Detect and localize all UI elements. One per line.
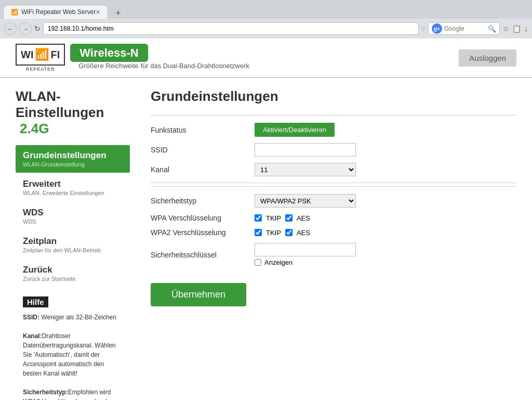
help-ssid-text: Weniger als 32-Bit-Zeichen bbox=[39, 314, 116, 321]
search-button[interactable]: 🔍 bbox=[488, 25, 496, 33]
tab-wifi-icon: 📶 bbox=[11, 9, 18, 16]
wpa-enc-label: WPA Verschlüsselung bbox=[151, 214, 255, 222]
ssid-label: SSID bbox=[151, 146, 255, 154]
page-content: WI 📶 FI REPEATER Wireless-N Größere Reic… bbox=[0, 38, 532, 400]
help-sicherheitstyp-label: Sicherheitstyp: bbox=[23, 389, 68, 396]
logo-wifi-icon: 📶 bbox=[35, 48, 49, 61]
wpa2-enc-checkboxes: TKIP AES bbox=[255, 229, 516, 237]
form-row-sicherheitstyp: Sicherheitstyp WPA/WPA2 PSK WPA2 PSK WPA… bbox=[151, 194, 516, 208]
logout-button[interactable]: Ausloggen bbox=[459, 49, 516, 67]
activate-button[interactable]: Aktiviert/Deaktivieren bbox=[255, 123, 335, 137]
address-bar-row: ← → ↻ ▽ g+ 🔍 ☆ 📋 ↓ bbox=[0, 19, 532, 38]
form-section-basic: Funkstatus Aktiviert/Deaktivieren SSID K… bbox=[151, 115, 516, 176]
menu-item-label: Erweitert bbox=[23, 179, 123, 189]
active-tab[interactable]: 📶 WiFi Repeater Web Server ✕ bbox=[3, 5, 108, 19]
google-icon: g+ bbox=[432, 23, 442, 34]
wpa-enc-control: TKIP AES bbox=[255, 214, 516, 222]
wpa2-tkip-checkbox[interactable] bbox=[255, 229, 262, 236]
form-row-wpa-enc: WPA Verschlüsselung TKIP AES bbox=[151, 214, 516, 222]
tab-label: WiFi Repeater Web Server bbox=[21, 8, 96, 16]
wifi-logo: WI 📶 FI REPEATER bbox=[16, 44, 65, 72]
content-area: Grundeinstellungen Funkstatus Aktiviert/… bbox=[151, 88, 516, 400]
header-subtitle: Größere Reichweite für das Dual-Band-Dra… bbox=[78, 62, 249, 70]
refresh-button[interactable]: ↻ bbox=[34, 24, 41, 33]
logo-wi-text: WI bbox=[21, 49, 33, 61]
show-password-checkbox[interactable] bbox=[255, 259, 261, 266]
apply-row: Übernehmen bbox=[151, 273, 516, 306]
kanal-select[interactable]: 11 Auto 1234 5678 9101213 bbox=[255, 163, 356, 176]
header: WI 📶 FI REPEATER Wireless-N Größere Reic… bbox=[0, 38, 532, 78]
wpa-tkip-label: TKIP bbox=[266, 214, 281, 222]
funkstatus-control: Aktiviert/Deaktivieren bbox=[255, 123, 516, 137]
ssid-control bbox=[255, 143, 516, 157]
new-tab-button[interactable]: + bbox=[111, 8, 125, 19]
sidebar-item-zurueck[interactable]: Zurück Zurück zur Startseite bbox=[16, 260, 130, 287]
sidebar-title: WLAN-Einstellungen 2.4G bbox=[16, 88, 130, 137]
menu-item-sub: WLAN-Grundeinstellung bbox=[23, 161, 123, 167]
bookmark-button[interactable]: 📋 bbox=[512, 24, 521, 33]
wifi-logo-box: WI 📶 FI bbox=[16, 44, 65, 66]
wireless-n-label: Wireless-N bbox=[70, 44, 148, 62]
menu-item-sub: Zurück zur Startseite bbox=[23, 276, 123, 282]
wpa2-enc-control: TKIP AES bbox=[255, 229, 516, 237]
help-ssid-label: SSID: bbox=[23, 314, 39, 321]
sidebar: WLAN-Einstellungen 2.4G Grundeinstellung… bbox=[16, 88, 130, 400]
help-kanal-label: Kanal: bbox=[23, 332, 42, 340]
menu-item-sub: WDS bbox=[23, 218, 123, 225]
wpa-aes-checkbox[interactable] bbox=[285, 214, 292, 222]
form-row-sicherheitsschluessel: Sicherheitsschlüssel Anzeigen bbox=[151, 243, 516, 266]
repeater-text: REPEATER bbox=[16, 67, 65, 72]
form-section-security: Sicherheitstyp WPA/WPA2 PSK WPA2 PSK WPA… bbox=[151, 186, 516, 266]
wpa-enc-checkboxes: TKIP AES bbox=[255, 214, 516, 222]
sicherheitstyp-select[interactable]: WPA/WPA2 PSK WPA2 PSK WPA PSK WEP None bbox=[255, 194, 356, 208]
google-search-box: g+ 🔍 bbox=[428, 22, 500, 35]
wpa2-tkip-label: TKIP bbox=[266, 229, 281, 237]
browser-window: 📶 WiFi Repeater Web Server ✕ + ← → ↻ ▽ g… bbox=[0, 0, 532, 38]
wpa2-aes-checkbox[interactable] bbox=[285, 229, 292, 236]
menu-item-label: WDS bbox=[23, 208, 123, 218]
help-text: SSID: Weniger als 32-Bit-Zeichen Kanal:D… bbox=[16, 307, 130, 400]
star-button[interactable]: ☆ bbox=[502, 24, 509, 33]
form-row-funkstatus: Funkstatus Aktiviert/Deaktivieren bbox=[151, 123, 516, 137]
download-button[interactable]: ↓ bbox=[524, 24, 528, 33]
sidebar-item-zeitplan[interactable]: Zeitplan Zeitplan für den WLAN-Betrieb bbox=[16, 231, 130, 259]
logo-area: WI 📶 FI REPEATER Wireless-N Größere Reic… bbox=[16, 44, 249, 72]
show-row: Anzeigen bbox=[255, 259, 516, 266]
wpa2-aes-label: AES bbox=[297, 229, 310, 237]
menu-item-sub: Zeitplan für den WLAN-Betrieb bbox=[23, 247, 123, 253]
wpa-tkip-checkbox[interactable] bbox=[255, 214, 262, 222]
sidebar-title-suffix: 2.4G bbox=[20, 121, 49, 136]
show-label: Anzeigen bbox=[264, 259, 292, 266]
back-button[interactable]: ← bbox=[4, 22, 17, 35]
google-search-input[interactable] bbox=[444, 25, 486, 32]
sicherheitsschluessel-control: Anzeigen bbox=[255, 243, 516, 266]
sicherheitstyp-control: WPA/WPA2 PSK WPA2 PSK WPA PSK WEP None bbox=[255, 194, 516, 208]
security-key-input[interactable] bbox=[255, 243, 356, 256]
apply-button[interactable]: Übernehmen bbox=[151, 283, 246, 306]
content-title: Grundeinstellungen bbox=[151, 88, 516, 105]
tab-close-button[interactable]: ✕ bbox=[96, 9, 100, 16]
form-row-ssid: SSID bbox=[151, 143, 516, 157]
wpa-aes-label: AES bbox=[297, 214, 310, 222]
wpa2-enc-label: WPA2 Verschlüsselung bbox=[151, 228, 255, 237]
sicherheitsschluessel-label: Sicherheitsschlüssel bbox=[151, 251, 255, 259]
section-divider bbox=[151, 183, 516, 183]
main-content: WLAN-Einstellungen 2.4G Grundeinstellung… bbox=[0, 78, 532, 400]
address-dropdown-icon: ▽ bbox=[421, 26, 425, 32]
sidebar-item-erweitert[interactable]: Erweitert WLAN: Erweiterte Einstellungen bbox=[16, 174, 130, 201]
ssid-input[interactable] bbox=[255, 143, 356, 157]
menu-item-label: Zeitplan bbox=[23, 236, 123, 247]
kanal-label: Kanal bbox=[151, 165, 255, 174]
sidebar-item-grundeinstellungen[interactable]: Grundeinstellungen WLAN-Grundeinstellung bbox=[16, 145, 130, 173]
kanal-control: 11 Auto 1234 5678 9101213 bbox=[255, 163, 516, 176]
form-row-kanal: Kanal 11 Auto 1234 5678 9101213 bbox=[151, 163, 516, 176]
menu-item-label: Zurück bbox=[23, 265, 123, 275]
address-input[interactable] bbox=[43, 22, 419, 35]
menu-item-sub: WLAN: Erweiterte Einstellungen bbox=[23, 190, 123, 196]
forward-button[interactable]: → bbox=[19, 22, 32, 35]
sidebar-item-wds[interactable]: WDS WDS bbox=[16, 202, 130, 230]
menu-item-label: Grundeinstellungen bbox=[23, 150, 123, 161]
funkstatus-label: Funkstatus bbox=[151, 126, 255, 134]
tab-bar: 📶 WiFi Repeater Web Server ✕ + bbox=[0, 0, 532, 19]
sidebar-title-text: WLAN-Einstellungen bbox=[16, 88, 104, 120]
